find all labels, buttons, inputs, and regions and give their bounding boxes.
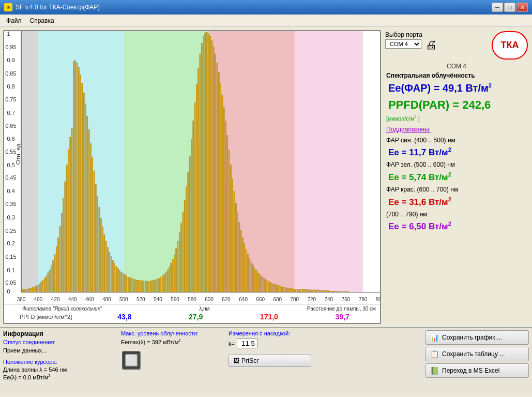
- svg-rect-129: [196, 84, 197, 292]
- ppfd-green: 27,9: [189, 313, 203, 321]
- svg-text:560: 560: [171, 297, 179, 302]
- svg-rect-78: [109, 252, 110, 292]
- svg-rect-161: [251, 262, 252, 292]
- svg-rect-187: [295, 289, 296, 292]
- svg-rect-185: [292, 288, 293, 292]
- svg-rect-42: [48, 273, 49, 292]
- svg-rect-111: [165, 272, 166, 292]
- tka-logo: ТКА: [492, 31, 528, 60]
- svg-rect-128: [194, 102, 195, 292]
- info-middle: Макс. уровень облученности: Eemax(λ) = 3…: [121, 330, 224, 392]
- svg-rect-44: [51, 266, 52, 292]
- svg-rect-186: [294, 289, 295, 292]
- svg-rect-92: [133, 279, 134, 292]
- minimize-button[interactable]: ─: [492, 3, 503, 12]
- menu-bar: Файл Справка: [0, 14, 532, 27]
- svg-rect-188: [297, 289, 298, 292]
- svg-rect-65: [87, 116, 88, 292]
- svg-text:580: 580: [188, 297, 196, 302]
- svg-rect-33: [32, 287, 33, 292]
- svg-rect-58: [75, 60, 76, 292]
- menu-help[interactable]: Справка: [26, 16, 58, 25]
- svg-text:0,15: 0,15: [5, 254, 16, 260]
- svg-rect-30: [27, 289, 28, 292]
- svg-text:0,4: 0,4: [7, 188, 15, 194]
- svg-rect-138: [211, 41, 212, 292]
- svg-rect-117: [176, 248, 177, 292]
- maximize-button[interactable]: □: [504, 3, 515, 12]
- port-label: Выбор порта: [385, 31, 422, 38]
- svg-rect-46: [54, 255, 55, 292]
- chart-area: 1 0,95 0,9 0,85 0,8 0,75 0,7 0,65 0,6 0,…: [3, 30, 381, 324]
- svg-rect-115: [172, 259, 173, 292]
- svg-rect-198: [314, 290, 315, 292]
- svg-rect-159: [247, 254, 248, 292]
- svg-rect-83: [117, 269, 118, 292]
- svg-rect-153: [237, 213, 238, 292]
- svg-rect-105: [155, 280, 156, 292]
- svg-rect-163: [254, 268, 255, 292]
- svg-text:0,95: 0,95: [5, 44, 16, 50]
- svg-rect-64: [85, 104, 86, 292]
- svg-rect-134: [205, 33, 206, 292]
- svg-text:0: 0: [7, 288, 10, 295]
- svg-rect-35: [36, 286, 37, 292]
- far-purple-ee: Ee = 6,50 Вт/м2: [384, 220, 529, 233]
- svg-rect-54: [68, 150, 69, 292]
- svg-rect-181: [285, 287, 286, 292]
- svg-rect-169: [264, 279, 265, 292]
- svg-rect-70: [95, 184, 96, 292]
- svg-rect-80: [112, 260, 113, 292]
- save-table-button[interactable]: 📋 Сохранить таблицу ...: [425, 347, 529, 361]
- svg-rect-82: [116, 266, 117, 292]
- svg-rect-32: [31, 288, 32, 292]
- svg-rect-53: [66, 165, 67, 292]
- port-select[interactable]: COM 4 COM 1 COM 2 COM 3: [385, 39, 421, 49]
- title-bar-left: ☀ SF v.4.0 for ТКА-Спектр(ФАР): [4, 3, 100, 11]
- svg-rect-49: [59, 227, 60, 292]
- status-row: Статус соединения:: [3, 339, 117, 346]
- save-chart-button[interactable]: 📊 Сохранить график ...: [425, 330, 529, 345]
- svg-rect-177: [278, 286, 279, 292]
- prtscr-button[interactable]: 🖼 PrtScr: [229, 355, 311, 367]
- svg-rect-56: [71, 128, 72, 292]
- svg-rect-37: [39, 284, 40, 292]
- ppfd-unit: [мкмол/с/м2 ]: [384, 115, 529, 123]
- svg-rect-199: [316, 290, 317, 292]
- svg-rect-173: [271, 283, 272, 292]
- ppfd-par-container: PPFD(PAR) = 242,6: [384, 97, 529, 113]
- svg-rect-166: [259, 275, 260, 292]
- ppfd-red: 171,0: [260, 313, 278, 321]
- save-chart-label: Сохранить график ...: [442, 334, 502, 341]
- svg-text:460: 460: [85, 297, 94, 302]
- svg-rect-136: [208, 34, 209, 292]
- svg-rect-114: [171, 263, 172, 292]
- svg-text:660: 660: [256, 297, 265, 302]
- svg-rect-91: [131, 278, 132, 292]
- svg-text:720: 720: [308, 297, 316, 302]
- svg-rect-59: [77, 63, 78, 292]
- close-button[interactable]: ✕: [516, 3, 528, 12]
- cursor-ee: Ee(λ) = 0,0 мВт/м2: [3, 374, 117, 380]
- svg-text:800: 800: [376, 297, 380, 302]
- svg-rect-176: [277, 285, 278, 292]
- menu-file[interactable]: Файл: [2, 16, 26, 25]
- svg-rect-133: [203, 36, 204, 292]
- svg-text:520: 520: [136, 297, 145, 302]
- svg-text:380: 380: [17, 297, 26, 302]
- title-bar: ☀ SF v.4.0 for ТКА-Спектр(ФАР) ─ □ ✕: [0, 0, 532, 14]
- svg-rect-0: [21, 31, 38, 292]
- far-blue-ee-val: Ee = 11,7 Вт/м2: [386, 147, 453, 158]
- action-buttons: 📊 Сохранить график ... 📋 Сохранить табли…: [425, 330, 529, 392]
- svg-rect-200: [317, 290, 318, 292]
- printer-icon[interactable]: 🖨: [425, 38, 437, 52]
- k-input[interactable]: [237, 339, 257, 348]
- excel-button[interactable]: 📗 Переход в MS Excel: [425, 363, 529, 378]
- svg-rect-165: [257, 273, 259, 292]
- svg-rect-168: [263, 277, 264, 292]
- svg-text:540: 540: [154, 297, 162, 302]
- chart-canvas[interactable]: 1 0,95 0,9 0,85 0,8 0,75 0,7 0,65 0,6 0,…: [4, 31, 380, 304]
- svg-text:780: 780: [359, 297, 368, 302]
- bottom-panel: Информация Статус соединения: Прием данн…: [0, 327, 532, 394]
- svg-rect-160: [249, 258, 250, 292]
